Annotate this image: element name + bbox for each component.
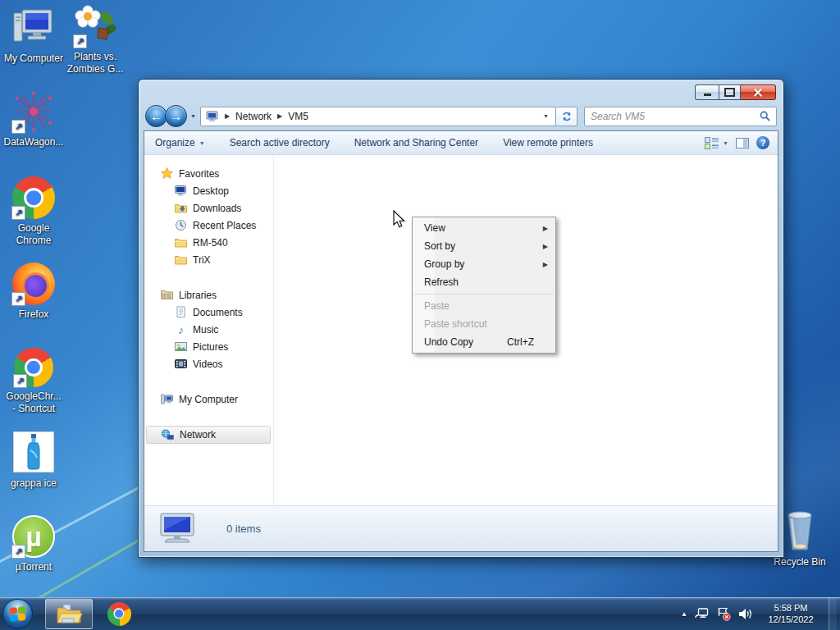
nav-section-network[interactable]: Network (146, 426, 271, 444)
menu-separator (414, 294, 554, 294)
taskbar-explorer-button[interactable] (45, 599, 93, 629)
taskbar-clock[interactable]: 5:58 PM 12/15/2022 (760, 602, 821, 625)
downloads-folder-icon (175, 202, 187, 214)
breadcrumb-current[interactable]: VM5 (288, 111, 308, 122)
context-menu: View▶ Sort by▶ Group by▶ Refresh Paste P… (412, 217, 556, 354)
menu-item-sort-by[interactable]: Sort by▶ (413, 237, 555, 255)
chevron-down-icon: ▼ (199, 140, 205, 146)
nav-section-favorites[interactable]: Favorites (144, 165, 273, 182)
folder-icon (175, 236, 187, 249)
film-icon (175, 358, 187, 370)
action-center-flag-icon[interactable] (717, 607, 731, 621)
organize-menu[interactable]: Organize▼ (155, 137, 205, 148)
search-active-directory-button[interactable]: Search active directory (230, 137, 330, 148)
nav-section-my-computer[interactable]: My Computer (144, 390, 273, 408)
view-remote-printers-button[interactable]: View remote printers (503, 137, 593, 148)
search-placeholder: Search VM5 (591, 111, 760, 122)
preview-pane-button[interactable] (736, 138, 749, 148)
breadcrumb[interactable]: ▶ Network ▶ VM5 ▼ (200, 107, 556, 126)
maximize-button[interactable] (719, 84, 741, 100)
desktop-icon-firefox[interactable]: ↗ Firefox (0, 262, 69, 321)
help-button[interactable]: ? (756, 136, 769, 149)
grappa-ice-icon (12, 431, 55, 474)
show-desktop-button[interactable] (829, 597, 837, 630)
windows-logo-icon (10, 606, 25, 622)
menu-shortcut-label: Ctrl+Z (507, 336, 534, 348)
volume-icon[interactable] (738, 608, 753, 620)
clock-date: 12/15/2022 (760, 614, 821, 625)
desktop-icon-label: - Shortcut (0, 403, 69, 415)
shortcut-arrow-icon: ↗ (73, 34, 87, 48)
desktop-icon-label: DataWagon... (0, 136, 69, 148)
desktop-icon-label: Google (0, 222, 69, 235)
desktop-icon-label: My Computer (0, 52, 69, 65)
start-button[interactable] (2, 599, 33, 629)
network-computer-icon (159, 512, 197, 546)
forward-button[interactable]: → (165, 105, 187, 127)
nav-item-videos[interactable]: Videos (144, 355, 273, 372)
music-note-icon: ♪ (175, 323, 187, 336)
menu-item-refresh[interactable]: Refresh (413, 273, 555, 291)
mouse-cursor (393, 210, 409, 233)
details-pane: 0 items (144, 505, 778, 551)
datawagon-icon: ↗ (12, 90, 55, 133)
desktop-icon-label: Zombies G... (60, 63, 130, 75)
address-bar: ← → ▼ ▶ Network ▶ VM5 ▼ (145, 105, 777, 127)
menu-item-group-by[interactable]: Group by▶ (413, 255, 555, 273)
close-button[interactable] (741, 84, 776, 100)
desktop-icon-chrome-shortcut[interactable]: ↗ GoogleChr... - Shortcut (0, 348, 69, 415)
nav-item-recent-places[interactable]: Recent Places (144, 217, 273, 234)
desktop-icon-my-computer[interactable]: My Computer (0, 7, 69, 65)
taskbar: ▲ 5:58 PM 12/15/2022 (0, 597, 840, 630)
search-icon (760, 111, 770, 121)
desktop-icon-label: µTorrent (0, 561, 69, 573)
nav-item-desktop[interactable]: Desktop (144, 182, 273, 199)
folder-icon (175, 253, 187, 266)
menu-item-view[interactable]: View▶ (413, 219, 555, 237)
taskbar-chrome-button[interactable] (101, 599, 137, 629)
desktop-icon-label: Recycle Bin (765, 556, 835, 568)
nav-item-downloads[interactable]: Downloads (144, 199, 273, 217)
menu-item-paste: Paste (413, 297, 555, 315)
utorrent-icon: µ ↗ (12, 515, 55, 558)
command-toolbar: Organize▼ Search active directory Networ… (144, 131, 778, 155)
navigation-pane: Favorites Desktop Downloads (144, 155, 274, 505)
shortcut-arrow-icon: ↗ (13, 374, 27, 388)
nav-section-libraries[interactable]: Libraries (144, 286, 273, 304)
desktop-icon-datawagon[interactable]: ↗ DataWagon... (0, 90, 69, 148)
show-hidden-icons-button[interactable]: ▲ (681, 610, 687, 618)
history-dropdown-icon[interactable]: ▼ (190, 113, 196, 119)
nav-item-rm-540[interactable]: RM-540 (144, 234, 273, 251)
search-box[interactable]: Search VM5 (584, 107, 777, 126)
views-button[interactable]: ▼ (705, 137, 728, 149)
network-sharing-center-button[interactable]: Network and Sharing Center (354, 137, 478, 148)
nav-item-documents[interactable]: Documents (144, 304, 273, 321)
desktop-icon-utorrent[interactable]: µ ↗ µTorrent (0, 515, 69, 573)
refresh-button[interactable] (556, 107, 578, 126)
nav-item-music[interactable]: ♪ Music (144, 321, 273, 338)
desktop-icon-google-chrome[interactable]: ↗ Google Chrome (0, 176, 69, 247)
address-dropdown-icon[interactable]: ▼ (543, 113, 550, 119)
desktop-icon-grappa-ice[interactable]: grappa ice (0, 431, 69, 490)
menu-item-paste-shortcut: Paste shortcut (413, 315, 555, 333)
network-tray-icon[interactable] (695, 607, 710, 620)
breadcrumb-root[interactable]: Network (235, 111, 272, 122)
window-controls (695, 84, 776, 100)
minimize-button[interactable] (695, 84, 719, 100)
menu-item-undo-copy[interactable]: Undo Copy Ctrl+Z (413, 333, 555, 351)
nav-item-trix[interactable]: TriX (144, 251, 273, 268)
network-icon (162, 429, 174, 441)
submenu-arrow-icon: ▶ (543, 243, 548, 250)
desktop-icon-label: grappa ice (0, 477, 69, 490)
location-icon (206, 111, 219, 122)
shortcut-arrow-icon: ↗ (11, 292, 25, 306)
refresh-icon (561, 111, 573, 122)
chrome-icon: ↗ (14, 348, 53, 387)
desktop-icon-plants-vs-zombies[interactable]: ↗ Plants vs. Zombies G... (60, 5, 130, 75)
nav-item-pictures[interactable]: Pictures (144, 338, 273, 355)
my-computer-icon (12, 7, 55, 49)
firefox-icon: ↗ (12, 262, 55, 305)
desktop-icon-label: Plants vs. (60, 51, 130, 63)
back-button[interactable]: ← (145, 105, 167, 127)
chrome-icon: ↗ (12, 176, 55, 219)
